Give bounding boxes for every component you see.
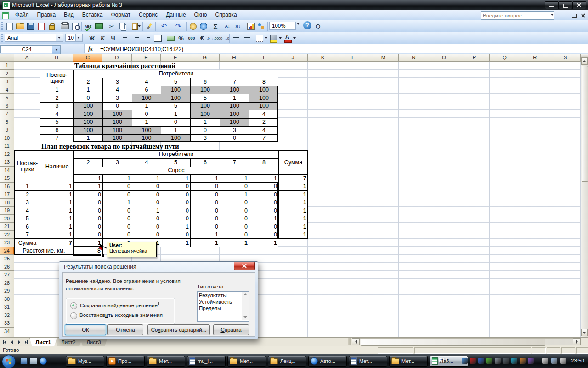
cell-A23[interactable]: Сумма	[14, 239, 40, 247]
cell-I6[interactable]: 100	[249, 102, 278, 110]
row-header-18[interactable]: 18	[0, 199, 14, 207]
cell-C5[interactable]: 0	[74, 94, 102, 102]
menu-Формат[interactable]: Формат	[107, 10, 135, 20]
font-size-dropdown-icon[interactable]	[75, 34, 82, 41]
cell-I9[interactable]: 4	[249, 126, 278, 134]
cell-C13[interactable]: 2	[74, 158, 102, 167]
menu-Файл[interactable]: Файл	[11, 10, 33, 20]
scroll-up-button[interactable]	[581, 58, 588, 65]
language-indicator[interactable]: RU	[439, 357, 447, 364]
scroll-down-button[interactable]	[581, 329, 588, 336]
cell-C14[interactable]: Спрос	[74, 167, 278, 175]
cell-B2[interactable]: Постав-щики	[40, 70, 74, 86]
cell-G6[interactable]: 100	[190, 102, 220, 110]
cell-D19[interactable]: 0	[102, 207, 132, 215]
sort-descending-icon[interactable]: Я↓	[233, 21, 243, 31]
cell-C2[interactable]: Потребители	[74, 70, 278, 78]
cell-C22[interactable]: 0	[74, 231, 102, 239]
font-size-combo[interactable]: 10	[65, 34, 83, 42]
autosum-icon[interactable]: Σ	[209, 21, 222, 31]
row-header-2[interactable]: 2	[0, 70, 14, 78]
row-header-9[interactable]: 9	[0, 126, 14, 134]
cell-G20[interactable]: 0	[190, 215, 220, 223]
cell-C19[interactable]: 0	[74, 207, 102, 215]
cell-H9[interactable]: 3	[220, 126, 249, 134]
cell-E5[interactable]: 100	[132, 94, 161, 102]
cell-G13[interactable]: 6	[190, 158, 220, 167]
cell-J16[interactable]: 1	[278, 183, 308, 191]
tray-icon-5[interactable]	[495, 358, 501, 364]
cell-C7[interactable]: 100	[74, 110, 102, 118]
cell-E17[interactable]: 0	[132, 190, 161, 199]
cell-C15[interactable]: 1	[74, 174, 102, 183]
quick-launch-switcher-icon[interactable]	[20, 358, 28, 364]
cell-G15[interactable]: 1	[190, 174, 220, 183]
vertical-split-handle[interactable]	[581, 54, 588, 58]
cell-D15[interactable]: 1	[102, 174, 132, 183]
cell-J20[interactable]: 1	[278, 215, 308, 223]
cell-D18[interactable]: 1	[102, 199, 132, 207]
cell-E3[interactable]: 4	[132, 78, 161, 86]
row-header-4[interactable]: 4	[0, 86, 14, 94]
cell-C21[interactable]: 0	[74, 223, 102, 231]
spelling-icon[interactable]: ABC	[83, 21, 93, 31]
column-header-D[interactable]: D	[102, 54, 132, 62]
row-header-12[interactable]: 12	[0, 150, 14, 159]
row-header-17[interactable]: 17	[0, 190, 14, 199]
list-scrollbar[interactable]	[242, 292, 249, 320]
horizontal-scroll-thumb[interactable]	[361, 339, 545, 346]
cell-F23[interactable]: 1	[161, 239, 190, 247]
cell-H16[interactable]: 0	[220, 183, 249, 191]
menu-Справка[interactable]: Справка	[211, 10, 241, 20]
increase-decimal-button[interactable]: ,0→,00	[208, 33, 218, 43]
column-header-S[interactable]: S	[550, 54, 581, 62]
restore-workbook-button[interactable]	[571, 12, 578, 18]
cell-E10[interactable]: 100	[132, 134, 161, 143]
column-header-A[interactable]: A	[14, 54, 40, 62]
cell-G7[interactable]: 100	[190, 110, 220, 118]
tray-icon-8[interactable]	[520, 358, 526, 364]
format-painter-icon[interactable]	[144, 21, 154, 31]
percent-style-button[interactable]: %	[176, 33, 186, 43]
cell-H18[interactable]: 0	[220, 199, 249, 207]
decrease-indent-button[interactable]	[231, 33, 241, 43]
save-icon[interactable]	[26, 21, 36, 31]
row-header-16[interactable]: 16	[0, 183, 14, 191]
row-header-29[interactable]: 29	[0, 287, 14, 295]
taskbar-button-Мет...[interactable]: Мет...	[389, 356, 428, 367]
next-sheet-button[interactable]	[16, 339, 23, 345]
cell-C9[interactable]: 100	[74, 126, 102, 134]
minimize-window-button[interactable]	[545, 1, 559, 9]
row-header-14[interactable]: 14	[0, 167, 14, 175]
cell-B4[interactable]: 1	[40, 86, 74, 94]
close-workbook-button[interactable]	[580, 12, 587, 18]
scroll-down-icon[interactable]	[243, 316, 247, 318]
cell-F9[interactable]: 1	[161, 126, 190, 134]
row-header-19[interactable]: 19	[0, 207, 14, 215]
cell-I8[interactable]: 2	[249, 118, 278, 126]
cell-D4[interactable]: 4	[102, 86, 132, 94]
sheet-tab-Лист1[interactable]: Лист1	[29, 338, 57, 346]
column-header-K[interactable]: K	[308, 54, 338, 62]
cell-F16[interactable]: 0	[161, 183, 190, 191]
tray-icon-3[interactable]	[478, 358, 484, 364]
cell-G9[interactable]: 0	[190, 126, 220, 134]
insert-function-icon[interactable]: fx	[88, 46, 93, 52]
taskbar-button-Авто...[interactable]: Авто...	[308, 356, 347, 367]
cell-E8[interactable]: 1	[132, 118, 161, 126]
cell-I13[interactable]: 8	[249, 158, 278, 167]
row-header-3[interactable]: 3	[0, 78, 14, 86]
bold-button[interactable]: Ж	[87, 33, 97, 43]
help-button[interactable]: Справка	[213, 324, 249, 335]
dropdown-icon[interactable]	[293, 37, 296, 39]
menu-Сервис[interactable]: Сервис	[135, 10, 162, 20]
cell-G4[interactable]: 100	[190, 86, 220, 94]
cell-H8[interactable]: 100	[220, 118, 249, 126]
cell-G10[interactable]: 3	[190, 134, 220, 143]
cell-I5[interactable]: 100	[249, 94, 278, 102]
scroll-up-icon[interactable]	[243, 293, 247, 295]
cell-B18[interactable]: 1	[40, 199, 74, 207]
column-header-C[interactable]: C	[74, 54, 102, 62]
column-header-Q[interactable]: Q	[490, 54, 520, 62]
cell-H19[interactable]: 0	[220, 207, 249, 215]
